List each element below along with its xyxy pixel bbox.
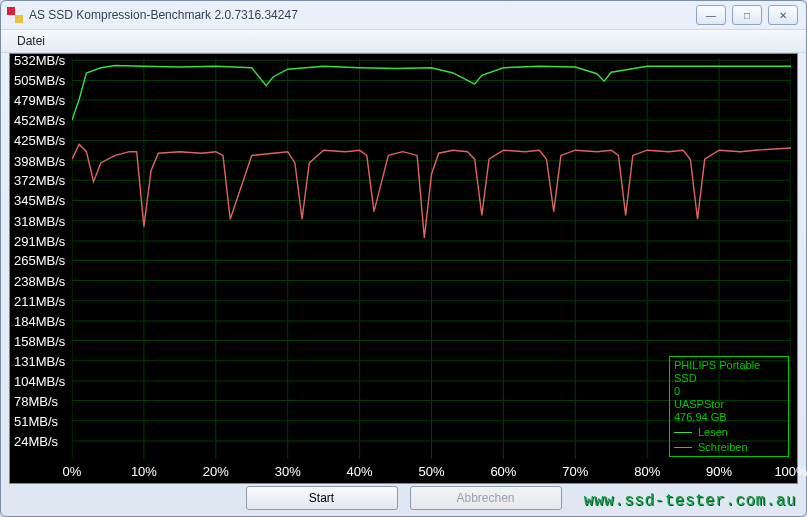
y-tick-label: 78MB/s bbox=[14, 393, 58, 408]
start-button[interactable]: Start bbox=[246, 486, 398, 510]
y-tick-label: 398MB/s bbox=[14, 153, 65, 168]
x-tick-label: 70% bbox=[562, 464, 588, 479]
device-driver: UASPStor bbox=[674, 398, 784, 411]
legend-write-swatch bbox=[674, 447, 692, 448]
minimize-button[interactable]: — bbox=[696, 5, 726, 25]
y-tick-label: 505MB/s bbox=[14, 73, 65, 88]
x-tick-label: 10% bbox=[131, 464, 157, 479]
y-tick-label: 184MB/s bbox=[14, 314, 65, 329]
y-tick-label: 479MB/s bbox=[14, 92, 65, 107]
watermark: www.ssd-tester.com.au bbox=[584, 492, 796, 510]
y-tick-label: 238MB/s bbox=[14, 273, 65, 288]
legend-write-label: Schreiben bbox=[698, 441, 748, 454]
y-tick-label: 372MB/s bbox=[14, 173, 65, 188]
y-tick-label: 104MB/s bbox=[14, 374, 65, 389]
y-tick-label: 452MB/s bbox=[14, 113, 65, 128]
x-tick-label: 20% bbox=[203, 464, 229, 479]
app-window: AS SSD Kompression-Benchmark 2.0.7316.34… bbox=[0, 0, 807, 517]
device-id: 0 bbox=[674, 385, 784, 398]
y-tick-label: 265MB/s bbox=[14, 253, 65, 268]
y-tick-label: 131MB/s bbox=[14, 353, 65, 368]
x-tick-label: 0% bbox=[63, 464, 82, 479]
y-tick-label: 425MB/s bbox=[14, 133, 65, 148]
y-tick-label: 318MB/s bbox=[14, 213, 65, 228]
app-icon bbox=[7, 7, 23, 23]
legend-write: Schreiben bbox=[674, 441, 784, 454]
x-tick-label: 60% bbox=[490, 464, 516, 479]
legend-read-label: Lesen bbox=[698, 426, 728, 439]
legend-read-swatch bbox=[674, 432, 692, 433]
close-button[interactable]: ✕ bbox=[768, 5, 798, 25]
y-tick-label: 51MB/s bbox=[14, 413, 58, 428]
y-tick-label: 532MB/s bbox=[14, 53, 65, 68]
x-tick-label: 50% bbox=[418, 464, 444, 479]
menu-file[interactable]: Datei bbox=[11, 32, 51, 50]
device-capacity: 476,94 GB bbox=[674, 411, 784, 424]
y-tick-label: 158MB/s bbox=[14, 333, 65, 348]
x-tick-label: 30% bbox=[275, 464, 301, 479]
maximize-button[interactable]: □ bbox=[732, 5, 762, 25]
x-tick-label: 90% bbox=[706, 464, 732, 479]
cancel-button: Abbrechen bbox=[410, 486, 562, 510]
y-tick-label: 291MB/s bbox=[14, 233, 65, 248]
device-name: PHILIPS Portable SSD bbox=[674, 359, 784, 385]
x-tick-label: 40% bbox=[347, 464, 373, 479]
menubar: Datei bbox=[1, 29, 806, 53]
chart-area: 24MB/s51MB/s78MB/s104MB/s131MB/s158MB/s1… bbox=[9, 53, 798, 484]
window-title: AS SSD Kompression-Benchmark 2.0.7316.34… bbox=[29, 8, 298, 22]
x-tick-label: 100% bbox=[774, 464, 807, 479]
y-tick-label: 211MB/s bbox=[14, 293, 65, 308]
y-tick-label: 24MB/s bbox=[14, 434, 58, 449]
y-tick-label: 345MB/s bbox=[14, 193, 65, 208]
device-info-box: PHILIPS Portable SSD 0 UASPStor 476,94 G… bbox=[669, 356, 789, 457]
x-tick-label: 80% bbox=[634, 464, 660, 479]
legend-read: Lesen bbox=[674, 426, 784, 439]
titlebar[interactable]: AS SSD Kompression-Benchmark 2.0.7316.34… bbox=[1, 1, 806, 29]
